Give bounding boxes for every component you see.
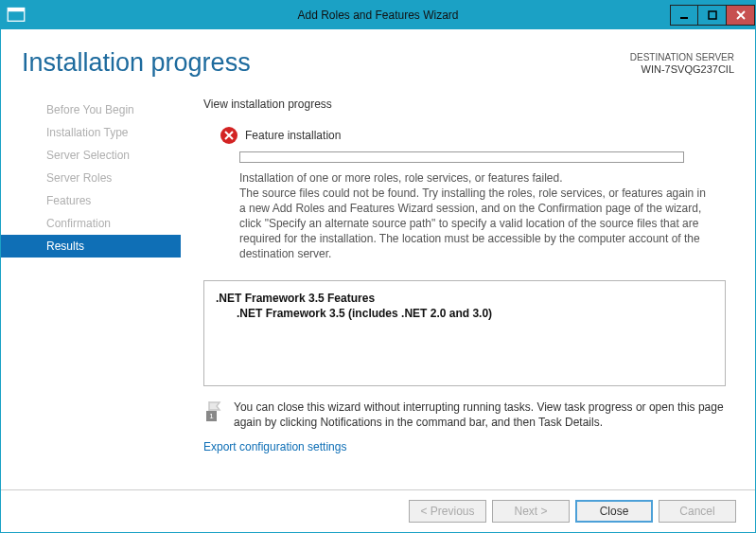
flag-icon: 1 (203, 400, 224, 420)
middle-area: Before You Begin Installation Type Serve… (1, 97, 755, 489)
wizard-window: Add Roles and Features Wizard Installati… (0, 0, 756, 533)
sidebar-item-before-you-begin: Before You Begin (1, 98, 181, 121)
maximize-icon (708, 10, 717, 20)
destination-server-box: DESTINATION SERVER WIN-7SVQG237CIL (630, 51, 734, 76)
page-title: Installation progress (22, 48, 251, 78)
feature-list-box: .NET Framework 3.5 Features .NET Framewo… (203, 280, 726, 386)
window-controls (670, 5, 755, 26)
error-icon (220, 127, 237, 144)
feature-group: .NET Framework 3.5 Features (216, 291, 713, 306)
close-window-button[interactable] (727, 5, 755, 26)
export-config-link[interactable]: Export configuration settings (203, 440, 346, 453)
wizard-footer: < Previous Next > Close Cancel (1, 489, 755, 532)
sidebar-item-results[interactable]: Results (1, 235, 181, 258)
flag-badge: 1 (206, 411, 217, 421)
minimize-button[interactable] (670, 5, 698, 26)
svg-rect-2 (680, 17, 688, 19)
cancel-button: Cancel (659, 500, 736, 523)
section-heading: View installation progress (203, 97, 734, 112)
titlebar: Add Roles and Features Wizard (1, 1, 755, 29)
minimize-icon (679, 10, 689, 20)
note-row: 1 You can close this wizard without inte… (203, 400, 726, 430)
app-icon (7, 6, 26, 25)
close-icon (736, 10, 746, 20)
content-area: View installation progress Feature insta… (181, 97, 755, 489)
sidebar-item-confirmation: Confirmation (1, 212, 181, 235)
note-text: You can close this wizard without interr… (234, 400, 726, 430)
destination-server-name: WIN-7SVQG237CIL (630, 63, 734, 76)
sidebar-item-server-selection: Server Selection (1, 144, 181, 167)
window-title: Add Roles and Features Wizard (1, 9, 755, 22)
svg-rect-3 (709, 11, 716, 19)
sidebar-item-server-roles: Server Roles (1, 167, 181, 189)
feature-child: .NET Framework 3.5 (includes .NET 2.0 an… (216, 306, 713, 321)
previous-button: < Previous (409, 500, 486, 523)
sidebar-item-features: Features (1, 189, 181, 212)
progress-bar (239, 151, 684, 163)
close-button[interactable]: Close (575, 500, 653, 523)
destination-label: DESTINATION SERVER (630, 51, 734, 63)
wizard-sidebar: Before You Begin Installation Type Serve… (1, 97, 181, 489)
error-summary: Installation of one or more roles, role … (239, 170, 712, 186)
error-detail: The source files could not be found. Try… (239, 186, 712, 261)
next-button: Next > (492, 500, 570, 523)
svg-rect-1 (8, 9, 25, 12)
status-title: Feature installation (245, 128, 341, 143)
header-row: Installation progress DESTINATION SERVER… (1, 35, 755, 97)
status-row: Feature installation (203, 127, 734, 144)
sidebar-item-installation-type: Installation Type (1, 121, 181, 144)
wizard-body: Installation progress DESTINATION SERVER… (1, 29, 755, 532)
maximize-button[interactable] (698, 5, 727, 26)
export-row: Export configuration settings (203, 439, 734, 454)
